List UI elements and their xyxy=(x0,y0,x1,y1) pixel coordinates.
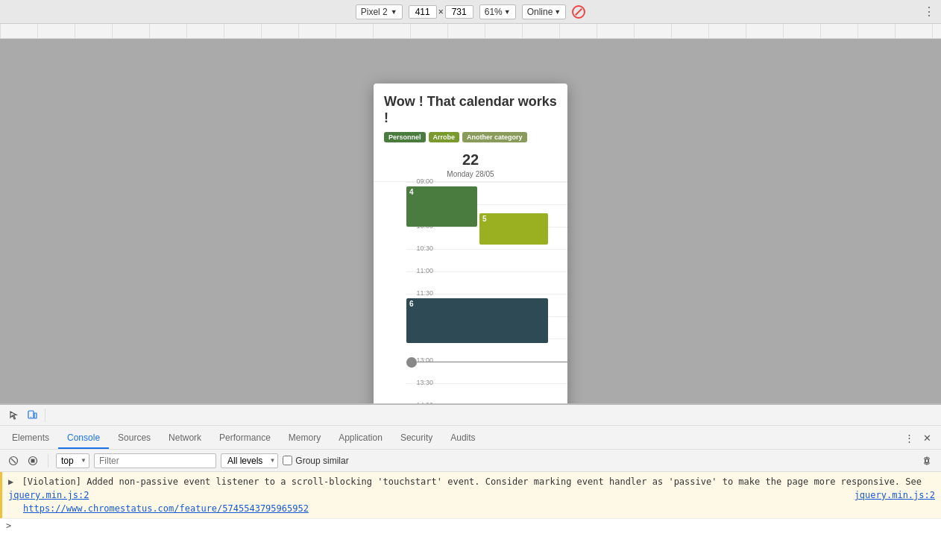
time-label-1330: 13:30 xyxy=(406,379,436,386)
console-context-select[interactable]: top xyxy=(56,453,89,468)
tab-application-label: Application xyxy=(339,432,383,443)
calendar-area: 22 Monday 28/05 09:00 09:30 10:00 xyxy=(374,148,567,434)
close-icon: ✕ xyxy=(923,432,931,444)
calendar-day-header: 22 Monday 28/05 xyxy=(374,148,567,182)
group-similar-text: Group similar xyxy=(295,456,348,466)
violation-file-link[interactable]: jquery.min.js:2 xyxy=(855,488,935,502)
tab-memory-label: Memory xyxy=(289,432,321,443)
tab-performance[interactable]: Performance xyxy=(210,428,280,449)
console-settings-button[interactable] xyxy=(919,453,935,469)
network-dropdown-icon: ▼ xyxy=(554,8,561,16)
viewport-dimensions: × xyxy=(409,5,473,19)
group-similar-label[interactable]: Group similar xyxy=(283,456,348,466)
tab-audits[interactable]: Audits xyxy=(441,428,484,449)
calendar-event-5[interactable]: 5 xyxy=(479,213,548,245)
tab-console[interactable]: Console xyxy=(58,428,109,449)
tab-sources[interactable]: Sources xyxy=(109,428,160,449)
devtools-end-buttons: ⋮ ✕ xyxy=(901,430,941,449)
console-levels-button[interactable]: All levels xyxy=(221,453,278,468)
console-context-wrapper: top xyxy=(56,453,89,468)
tab-performance-label: Performance xyxy=(219,432,271,443)
device-name: Pixel 2 xyxy=(361,7,388,17)
app-title: Wow ! That calendar works ! xyxy=(384,94,557,126)
svg-point-2 xyxy=(31,416,31,417)
toolbar-separator-1 xyxy=(45,409,45,422)
tab-elements[interactable]: Elements xyxy=(3,428,58,449)
network-value: Online xyxy=(527,7,553,17)
app-header: Wow ! That calendar works ! Personnel Ar… xyxy=(374,84,567,148)
expand-icon[interactable]: ▶ xyxy=(8,475,13,488)
stop-icon xyxy=(28,456,38,466)
more-tabs-icon: ⋮ xyxy=(904,432,914,444)
tab-network[interactable]: Network xyxy=(160,428,210,449)
devtools-panel: Elements Console Sources Network Perform… xyxy=(0,403,941,560)
time-label-1130: 11:30 xyxy=(406,289,436,297)
device-mode-button[interactable] xyxy=(24,407,40,424)
console-separator-1 xyxy=(48,454,48,468)
tag-arrobe: Arrobe xyxy=(429,132,460,142)
zoom-value: 61% xyxy=(485,7,503,17)
devtools-icons-bar xyxy=(0,405,941,426)
event-6-id: 6 xyxy=(409,300,414,308)
tab-elements-label: Elements xyxy=(12,432,49,443)
calendar-day-number: 22 xyxy=(374,151,567,169)
tag-personnel: Personnel xyxy=(384,132,426,142)
time-label-1030: 10:30 xyxy=(406,245,436,252)
violation-url-link[interactable]: https://www.chromestatus.com/feature/574… xyxy=(23,503,309,514)
inspect-element-button[interactable] xyxy=(6,407,22,424)
tab-application[interactable]: Application xyxy=(330,428,391,449)
console-violation-message[interactable]: ▶ [Violation] Added non-passive event li… xyxy=(0,472,941,518)
viewport-height-input[interactable] xyxy=(445,5,473,19)
tab-console-label: Console xyxy=(67,432,100,443)
calendar-event-4[interactable]: 4 xyxy=(406,186,477,227)
time-label-1300: 13:00 xyxy=(406,356,436,364)
svg-rect-1 xyxy=(34,413,37,418)
calendar-day-label: Monday 28/05 xyxy=(374,170,567,178)
zoom-selector[interactable]: 61% ▼ xyxy=(479,4,516,19)
network-selector[interactable]: Online ▼ xyxy=(522,4,567,19)
no-throttle-icon[interactable] xyxy=(572,5,585,19)
violation-link[interactable]: jquery.min.js:2 xyxy=(8,490,89,500)
tab-security[interactable]: Security xyxy=(391,428,441,449)
viewport-width-input[interactable] xyxy=(409,5,437,19)
console-output[interactable]: ▶ [Violation] Added non-passive event li… xyxy=(0,472,941,560)
zoom-dropdown-icon: ▼ xyxy=(504,8,511,16)
tag-another-category: Another category xyxy=(462,132,527,142)
violation-text: [Violation] Added non-passive event list… xyxy=(22,476,922,487)
tab-sources-label: Sources xyxy=(118,432,151,443)
time-label-0900: 09:00 xyxy=(406,177,436,185)
console-levels-label: All levels xyxy=(227,456,262,466)
devtools-tabs-bar: Elements Console Sources Network Perform… xyxy=(0,426,941,450)
group-similar-checkbox[interactable] xyxy=(283,456,292,465)
calendar-event-6[interactable]: 6 xyxy=(406,298,548,343)
time-label-1100: 11:00 xyxy=(406,267,436,274)
prompt-icon: > xyxy=(6,520,11,531)
tab-security-label: Security xyxy=(400,432,432,443)
svg-rect-6 xyxy=(31,459,35,462)
more-tabs-button[interactable]: ⋮ xyxy=(901,430,917,446)
svg-line-4 xyxy=(11,459,16,463)
console-input[interactable] xyxy=(14,520,935,531)
clear-console-button[interactable] xyxy=(6,453,21,468)
console-filter-input[interactable] xyxy=(94,453,216,468)
console-prompt-row: > xyxy=(0,518,941,532)
device-dropdown-icon: ▼ xyxy=(391,8,397,16)
tab-audits-label: Audits xyxy=(450,432,475,443)
cursor-icon xyxy=(9,410,19,421)
device-toolbar: Pixel 2 ▼ × 61% ▼ Online ▼ ⋮ xyxy=(0,0,941,24)
gear-icon xyxy=(922,456,932,466)
tab-network-label: Network xyxy=(169,432,201,443)
app-tags: Personnel Arrobe Another category xyxy=(384,132,557,142)
preserve-log-button[interactable] xyxy=(25,453,40,468)
event-4-id: 4 xyxy=(409,188,414,196)
dimension-separator: × xyxy=(438,7,444,17)
event-5-id: 5 xyxy=(482,215,487,223)
ruler-bar xyxy=(0,24,941,39)
device-selector[interactable]: Pixel 2 ▼ xyxy=(356,4,403,19)
calendar-grid: 09:00 09:30 10:00 10:30 xyxy=(374,182,567,428)
clear-icon xyxy=(8,456,19,466)
main-viewport: Wow ! That calendar works ! Personnel Ar… xyxy=(0,39,941,418)
tab-memory[interactable]: Memory xyxy=(280,428,330,449)
more-options-button[interactable]: ⋮ xyxy=(923,4,935,19)
close-devtools-button[interactable]: ✕ xyxy=(919,430,935,446)
